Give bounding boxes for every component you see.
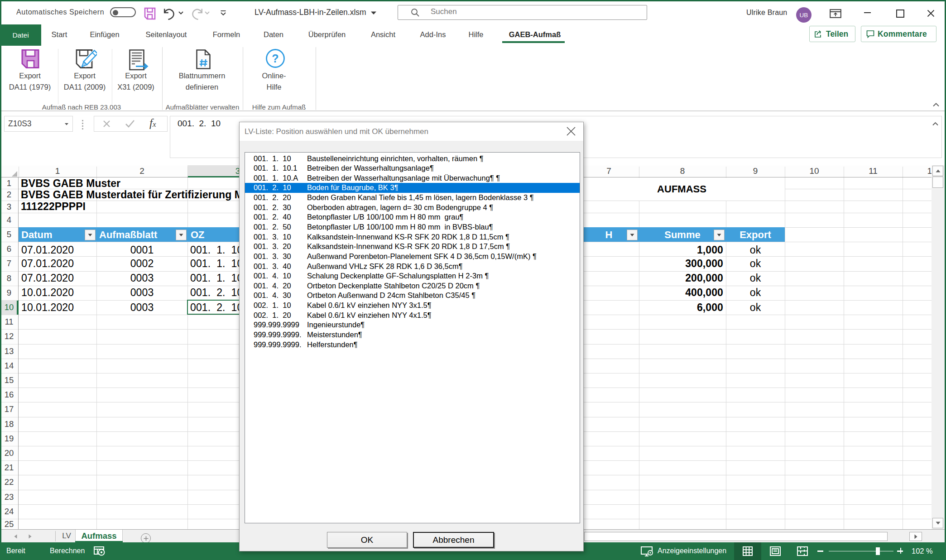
- svg-text:?: ?: [272, 52, 279, 65]
